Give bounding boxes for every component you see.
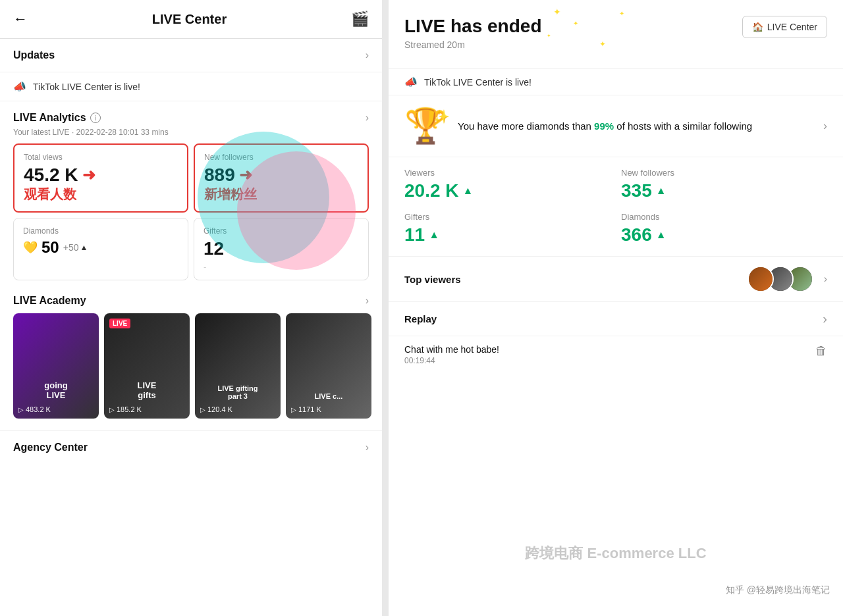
updates-row[interactable]: Updates › xyxy=(0,39,382,72)
video-thumbnails: going LIVE ▷ 483.2 K LIVE LIVE gifts ▷ 1… xyxy=(0,313,382,419)
tiktok-live-notification[interactable]: 📣 TikTok LIVE Center is live! xyxy=(0,72,382,101)
right-gifters-value: 11 ▲ xyxy=(404,224,611,245)
right-viewers-label: Viewers xyxy=(404,168,611,178)
total-views-label: Total views xyxy=(24,153,178,162)
top-viewers-chevron: › xyxy=(824,273,827,285)
right-notification-text: TikTok LIVE Center is live! xyxy=(424,77,531,88)
updates-chevron: › xyxy=(366,49,369,61)
replay-label: Replay xyxy=(404,313,437,324)
video-thumb-2[interactable]: LIVE LIVE gifts ▷ 185.2 K xyxy=(104,313,190,419)
live-ended-subtitle: Streamed 20m xyxy=(404,39,827,50)
thumb-1-label: going LIVE xyxy=(18,380,94,400)
video-camera-icon[interactable]: 🎬 xyxy=(351,11,369,28)
video-thumb-3[interactable]: LIVE gifting part 3 ▷ 120.4 K xyxy=(195,313,281,419)
arrow-right-2-icon: ➜ xyxy=(239,166,252,184)
analytics-title: LIVE Analytics xyxy=(13,112,86,124)
live-center-btn-label: LIVE Center xyxy=(767,22,817,32)
sparkle-4: ✦ xyxy=(619,10,624,17)
chat-row: Chat with me hot babe! 00:19:44 🗑 xyxy=(389,336,843,373)
up-arrow-icon: ▲ xyxy=(80,243,88,252)
right-panel: LIVE has ended Streamed 20m 🏠 LIVE Cente… xyxy=(389,0,843,616)
diamonds-extra: +50 ▲ xyxy=(63,242,88,253)
right-megaphone-icon: 📣 xyxy=(404,76,418,88)
play-icon-4: ▷ xyxy=(291,406,296,413)
notification-text: TikTok LIVE Center is live! xyxy=(33,82,140,92)
right-gifters-label: Gifters xyxy=(404,212,611,222)
agency-center-label: Agency Center xyxy=(13,442,88,453)
diamonds-card: Diamonds 💛 50 +50 ▲ xyxy=(13,218,188,280)
page-title: LIVE Center xyxy=(152,12,227,27)
live-center-button[interactable]: 🏠 LIVE Center xyxy=(742,16,827,38)
video-thumb-4[interactable]: LIVE c... ▷ 1171 K xyxy=(286,313,371,419)
play-icon-2: ▷ xyxy=(109,406,115,413)
total-views-value: 45.2 K ➜ xyxy=(24,165,95,186)
trophy-chevron: › xyxy=(823,119,827,133)
live-ended-header: LIVE has ended Streamed 20m 🏠 LIVE Cente… xyxy=(389,0,843,68)
right-new-followers-stat: New followers 335 ▲ xyxy=(621,168,827,201)
thumb-4-views: ▷ 1171 K xyxy=(291,405,321,413)
right-new-followers-value: 335 ▲ xyxy=(621,180,827,201)
new-followers-up-arrow: ▲ xyxy=(656,185,666,197)
updates-label: Updates xyxy=(13,49,55,61)
diamonds-value-row: 💛 50 +50 ▲ xyxy=(23,238,178,257)
diamonds-up-arrow: ▲ xyxy=(656,229,666,241)
thumb-3-label: LIVE gifting part 3 xyxy=(200,384,275,400)
video-thumb-1[interactable]: going LIVE ▷ 483.2 K xyxy=(13,313,99,419)
thumb-3-views: ▷ 120.4 K xyxy=(200,405,232,413)
live-academy-section: LIVE Academy › going LIVE ▷ 483.2 K LIVE… xyxy=(0,286,382,424)
chat-content: Chat with me hot babe! 00:19:44 xyxy=(404,344,499,365)
right-viewers-value: 20.2 K ▲ xyxy=(404,180,611,201)
right-diamonds-label: Diamonds xyxy=(621,212,827,222)
academy-header: LIVE Academy › xyxy=(0,286,382,313)
sparkle-5: ✦ xyxy=(599,39,606,49)
gifters-up-arrow: ▲ xyxy=(429,229,439,241)
trophy-section[interactable]: 🏆 ✨ You have more diamonds than 99% of h… xyxy=(389,95,843,157)
right-stats-grid: Viewers 20.2 K ▲ New followers 335 ▲ Gif… xyxy=(389,157,843,257)
sparkle-1: ✦ xyxy=(553,7,561,17)
arrow-right-icon: ➜ xyxy=(82,166,95,184)
agency-chevron: › xyxy=(366,442,369,453)
diamonds-label: Diamonds xyxy=(23,226,178,236)
thumb-4-label: LIVE c... xyxy=(291,392,366,400)
play-icon-1: ▷ xyxy=(18,406,24,413)
right-gifters-stat: Gifters 11 ▲ xyxy=(404,212,611,245)
total-views-card: Total views 45.2 K ➜ 观看人数 xyxy=(13,143,188,213)
agency-center-row[interactable]: Agency Center › xyxy=(0,430,382,464)
megaphone-icon: 📣 xyxy=(13,80,26,93)
right-viewers-stat: Viewers 20.2 K ▲ xyxy=(404,168,611,201)
academy-title: LIVE Academy xyxy=(13,295,86,307)
sparkle-trophy: ✨ xyxy=(433,109,450,124)
top-viewers-row[interactable]: Top viewers › xyxy=(389,257,843,302)
replay-row[interactable]: Replay › xyxy=(389,302,843,336)
right-diamonds-stat: Diamonds 366 ▲ xyxy=(621,212,827,245)
top-viewers-label: Top viewers xyxy=(404,274,461,285)
trophy-text: You have more diamonds than 99% of hosts… xyxy=(458,119,813,133)
analytics-chevron: › xyxy=(366,112,369,124)
sparkle-2: ✦ xyxy=(573,20,578,27)
avatar-1 xyxy=(748,266,774,292)
new-followers-card: New followers 889 ➜ 新增粉丝 xyxy=(194,143,369,213)
analytics-header: LIVE Analytics i › xyxy=(0,101,382,128)
info-icon[interactable]: i xyxy=(90,113,101,123)
replay-chevron: › xyxy=(823,311,827,326)
gifters-value: 12 xyxy=(204,238,359,259)
thumb-2-label: LIVE gifts xyxy=(109,380,184,400)
chat-time: 00:19:44 xyxy=(404,356,499,365)
chat-text: Chat with me hot babe! xyxy=(404,344,499,355)
viewers-up-arrow: ▲ xyxy=(463,185,474,197)
analytics-title-wrap: LIVE Analytics i xyxy=(13,112,101,124)
analytics-subtitle: Your latest LIVE · 2022-02-28 10:01 33 m… xyxy=(0,128,382,143)
cn-views-annotation: 观看人数 xyxy=(24,186,178,203)
viewer-avatars-group: › xyxy=(748,266,827,292)
sparkle-3: ✦ xyxy=(547,33,551,39)
thumb-1-views: ▷ 483.2 K xyxy=(18,405,51,413)
trash-icon[interactable]: 🗑 xyxy=(815,344,827,358)
play-icon-3: ▷ xyxy=(200,406,205,413)
back-button[interactable]: ← xyxy=(13,11,28,28)
diamonds-value: 50 xyxy=(41,238,59,257)
cn-followers-annotation: 新增粉丝 xyxy=(204,186,358,203)
live-badge-2: LIVE xyxy=(109,319,130,328)
avatar-circles xyxy=(748,266,813,292)
watermark: 知乎 @轻易跨境出海笔记 xyxy=(726,584,830,596)
academy-chevron: › xyxy=(366,295,369,307)
